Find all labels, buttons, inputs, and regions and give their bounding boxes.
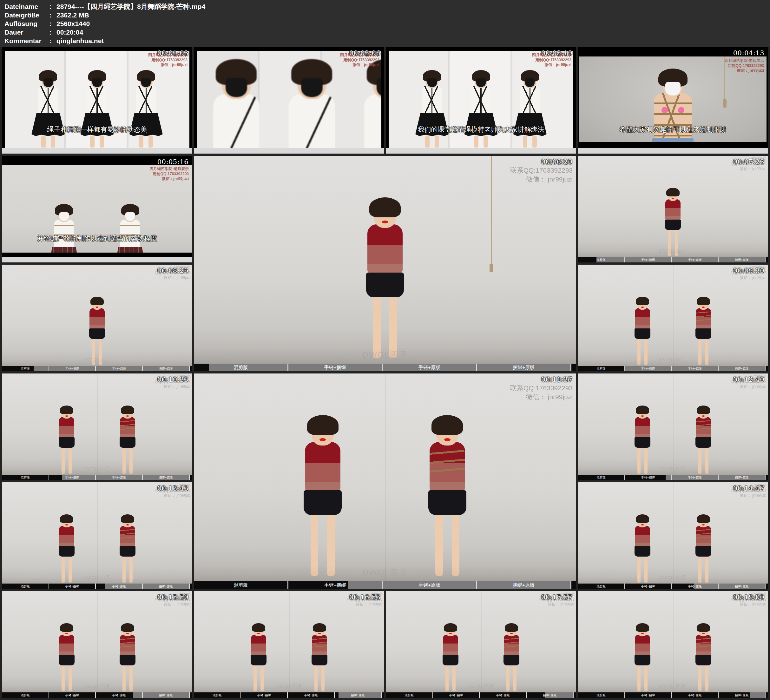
timestamp-overlay: 00:07:23: [733, 158, 764, 166]
timestamp-overlay: 00:10:33: [157, 376, 188, 383]
figure-silhouette: [428, 419, 466, 576]
timestamp-overlay: 00:15:50: [157, 593, 188, 601]
chapter-segment: 捆绑+原版: [718, 583, 765, 589]
file-info-value: 28794----【四月绳艺学院】8月舞蹈学院-芒种.mp4: [57, 2, 765, 11]
chapter-segment: 混剪版: [578, 692, 624, 698]
chapter-bar-end: [382, 692, 384, 698]
figure-silhouette: [129, 73, 163, 147]
chapter-bar-end: [765, 692, 768, 698]
video-thumbnail-00:02:06: 四月绳艺学院-老师展示定制QQ:1763392293微信：jnr99juzi 0…: [194, 47, 384, 154]
video-thumbnail-00:14:47: 定制舞蹈联系QQ:1763392293微信： jnr99juzi DWQL四月 …: [578, 482, 768, 589]
figure-group: [2, 207, 192, 253]
chapter-bar: 混剪版手铐+捆绑手铐+原版捆绑+原版: [578, 475, 768, 480]
figure-group: [578, 407, 768, 474]
chapter-segment: 手铐+原版: [96, 475, 142, 480]
colon-separator: :: [50, 2, 57, 11]
chapter-segment: 混剪版: [578, 366, 624, 371]
figure-silhouette: [31, 73, 65, 147]
chapter-bar: 混剪版手铐+捆绑手铐+原版捆绑+原版: [2, 475, 192, 480]
chapter-segment: 捆绑+原版: [143, 583, 189, 589]
figure-group: [386, 625, 576, 692]
subtitle-caption: 我们的课堂邀请绳模特老师为大家讲解绑法: [394, 125, 568, 134]
figure-group: [194, 625, 384, 692]
timestamp-overlay: 00:16:53: [349, 593, 380, 601]
figure-group: [578, 190, 768, 256]
file-info-label: Dauer: [5, 28, 50, 37]
figure-silhouette: [59, 516, 75, 583]
figure-silhouette: [89, 298, 105, 365]
file-info-header: Dateiname : 28794----【四月绳艺学院】8月舞蹈学院-芒种.m…: [0, 0, 770, 47]
video-thumbnail-00:11:37: 定制舞蹈联系QQ:1763392293微信： jnr99juzi DWQL四月 …: [194, 373, 576, 589]
figure-silhouette: [634, 516, 651, 583]
faint-center-watermark: DWQL四月: [578, 575, 768, 581]
figure-group: [578, 516, 768, 583]
chapter-segment: 混剪版: [386, 692, 432, 698]
timestamp-overlay: 00:13:43: [157, 484, 188, 492]
chapter-segment: 手铐+原版: [96, 583, 142, 589]
chapter-bar: [578, 148, 768, 154]
figure-silhouette: [443, 625, 459, 692]
chapter-segment: 手铐+捆绑: [241, 692, 288, 698]
timestamp-overlay: 00:09:30: [733, 267, 764, 274]
video-thumbnail-00:16:53: 定制舞蹈联系QQ:1763392293微信： jnr99juzi DWQL四月 …: [194, 591, 384, 698]
file-info-row: Dauer : 00:20:04: [5, 28, 765, 37]
figure-silhouette: [634, 625, 651, 692]
chapter-bar: 混剪版手铐+捆绑手铐+原版捆绑+原版: [578, 692, 768, 698]
chapter-segment: 手铐+捆绑: [49, 475, 95, 480]
chapter-bar: 混剪版手铐+捆绑手铐+原版捆绑+原版: [194, 364, 576, 371]
chapter-segment: 混剪版: [2, 366, 49, 371]
chapter-bar-end: [190, 366, 192, 371]
figure-group: [578, 625, 768, 692]
chapter-segment: 捆绑+原版: [718, 475, 765, 480]
video-thumbnail-00:03:10: 四月绳艺学院-老师展示定制QQ:1763392293微信：jnr99juzi 我…: [386, 47, 576, 154]
chapter-bar-end: [765, 366, 768, 371]
thumbnail-image: [578, 591, 768, 698]
figure-silhouette: [48, 207, 79, 253]
colon-separator: :: [50, 28, 57, 37]
file-info-row: Kommentar : qinglanhua.net: [5, 37, 765, 45]
file-info-value: qinglanhua.net: [57, 37, 765, 45]
chapter-segment: 手铐+捆绑: [288, 581, 382, 589]
figure-silhouette: [59, 407, 75, 474]
chapter-segment: 手铐+原版: [671, 475, 718, 480]
chapter-segment: 混剪版: [578, 257, 624, 262]
thumbnail-image: [194, 156, 576, 371]
chapter-segment: 捆绑+原版: [718, 257, 765, 262]
chapter-bar: [2, 257, 192, 262]
timestamp-overlay: 00:03:10: [541, 49, 573, 57]
faint-center-watermark: DWQL四月: [2, 357, 192, 363]
figure-silhouette: [120, 516, 136, 583]
figure-silhouette: [696, 625, 712, 692]
file-info-row: Dateiname : 28794----【四月绳艺学院】8月舞蹈学院-芒种.m…: [5, 2, 765, 11]
chapter-segment: 捆绑+原版: [718, 692, 765, 698]
figure-silhouette: [464, 73, 498, 147]
timestamp-overlay: 00:05:16: [157, 158, 188, 166]
video-thumbnail-00:04:13: 四月绳艺学院-老师展示定制QQ:1763392293微信：jnr99juzi 希…: [578, 47, 768, 154]
chapter-bar: 混剪版手铐+捆绑手铐+原版捆绑+原版: [578, 366, 768, 371]
chapter-bar: 混剪版手铐+捆绑手铐+原版捆绑+原版: [2, 366, 192, 371]
chapter-segment: 混剪版: [194, 692, 241, 698]
figure-silhouette: [665, 190, 681, 256]
chapter-bar-end: [571, 364, 576, 371]
figure-silhouette: [312, 625, 328, 692]
figure-silhouette: [513, 73, 547, 147]
chapter-segment: 捆绑+原版: [527, 692, 573, 698]
chapter-segment: 捆绑+原版: [335, 692, 381, 698]
chapter-segment: 捆绑+原版: [143, 475, 189, 480]
chapter-bar: 混剪版手铐+捆绑手铐+原版捆绑+原版: [2, 583, 192, 589]
figure-silhouette: [503, 625, 520, 692]
chapter-segment: 手铐+捆绑: [49, 692, 95, 698]
file-info-value: 00:20:04: [57, 28, 765, 37]
faint-center-watermark: DWQL四月: [578, 466, 768, 472]
chapter-segment: 捆绑+原版: [477, 581, 570, 589]
faint-center-watermark: DWQL四月: [2, 466, 192, 472]
colon-separator: :: [50, 37, 57, 45]
video-thumbnail-00:05:16: 四月绳艺学院-老师展示定制QQ:1763392293微信：jnr99juzi 并…: [2, 156, 192, 262]
studio-watermark: 四月绳艺学院-老师展示定制QQ:1763392293微信：jnr99juzi: [725, 58, 764, 73]
chapter-segment: 手铐+原版: [671, 366, 718, 371]
chapter-segment: 混剪版: [2, 583, 49, 589]
chapter-bar: 混剪版手铐+捆绑手铐+原版捆绑+原版: [578, 257, 768, 262]
chapter-segment: 手铐+原版: [480, 692, 526, 698]
video-thumbnail-00:08:26: 定制舞蹈联系QQ:1763392293微信： jnr99juzi DWQL四月 …: [2, 265, 192, 371]
figure-silhouette: [251, 625, 267, 692]
